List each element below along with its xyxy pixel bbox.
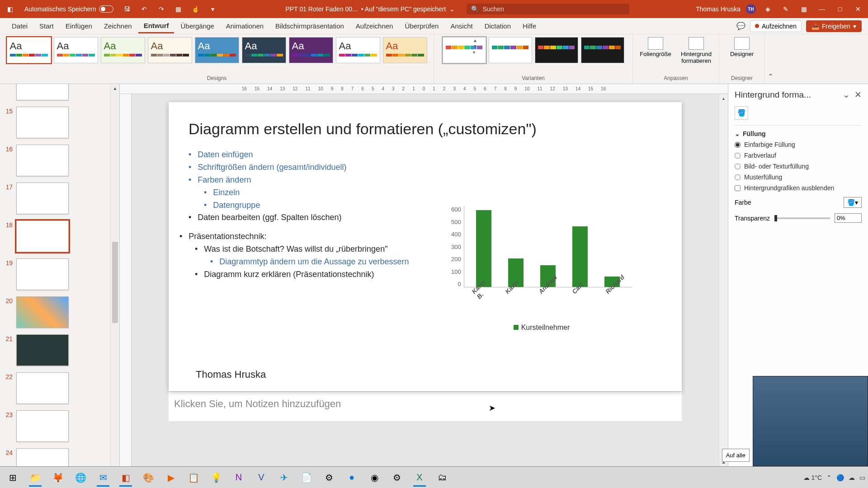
foliengroesse-button[interactable]: Foliengröße [637, 37, 675, 64]
chrome-icon[interactable]: 🌐 [71, 469, 90, 487]
weather-widget[interactable]: ☁ 1°C [803, 474, 822, 481]
tab-uebergaenge[interactable]: Übergänge [175, 19, 219, 33]
settings-icon[interactable]: ⚙ [387, 469, 407, 487]
slide-author[interactable]: Thomas Hruska [196, 369, 266, 380]
maximize-icon[interactable]: □ [834, 3, 846, 15]
tab-ansicht[interactable]: Ansicht [445, 19, 478, 33]
scroll-up-icon[interactable]: ▲ [111, 84, 119, 92]
variant-2[interactable] [489, 37, 532, 63]
tab-ueberpruefen[interactable]: Überprüfen [399, 19, 444, 33]
pane-dropdown-icon[interactable]: ⌄ [843, 89, 850, 100]
tray-icon-3[interactable]: ▭ [859, 474, 865, 481]
thumb-18[interactable]: 18 [2, 221, 108, 252]
undo-icon[interactable]: ↶ [138, 3, 151, 15]
qat-more-icon[interactable]: ▾ [207, 3, 219, 15]
scroll-handle[interactable] [112, 242, 118, 323]
thumb-14-partial[interactable] [2, 84, 108, 100]
app-icon-4[interactable]: 📄 [297, 469, 316, 487]
pane-close-icon[interactable]: ✕ [854, 89, 862, 100]
theme-5[interactable]: Aa [195, 37, 239, 63]
calendar-icon[interactable]: ▦ [797, 3, 810, 15]
thumb-19[interactable]: 19 [2, 258, 108, 290]
thumb-23[interactable]: 23 [2, 410, 108, 442]
tab-hilfe[interactable]: Hilfe [517, 19, 542, 33]
share-button[interactable]: 📤Freigeben▾ [806, 20, 862, 32]
variant-3[interactable] [535, 37, 578, 63]
vlc-icon[interactable]: ▶ [161, 469, 181, 487]
pen-icon[interactable]: ✎ [779, 3, 792, 15]
chevron-down-icon[interactable]: ⌄ [449, 5, 455, 13]
tab-entwurf[interactable]: Entwurf [138, 19, 175, 33]
thumb-17[interactable]: 17 [2, 183, 108, 214]
touch-icon[interactable]: ☝ [189, 3, 202, 15]
toggle-off-icon[interactable] [99, 5, 113, 13]
outlook-icon[interactable]: ✉ [93, 469, 113, 487]
variant-4[interactable] [581, 37, 624, 63]
transparency-slider[interactable] [774, 217, 830, 219]
app-icon-6[interactable]: ● [342, 469, 362, 487]
thumb-20[interactable]: 20 [2, 296, 108, 328]
telegram-icon[interactable]: ✈ [274, 469, 294, 487]
transparency-value[interactable]: 0% [835, 213, 862, 223]
tab-animationen[interactable]: Animationen [221, 19, 269, 33]
tab-einfuegen[interactable]: Einfügen [60, 19, 98, 33]
diamond-icon[interactable]: ◈ [761, 3, 774, 15]
search-box[interactable]: 🔍 Suchen [467, 4, 629, 14]
thumb-21[interactable]: 21 [2, 334, 108, 366]
theme-8[interactable]: Aa [336, 37, 380, 63]
app-icon-8[interactable]: 🗂 [432, 469, 452, 487]
designer-button[interactable]: Designer [723, 37, 761, 57]
onenote-icon[interactable]: N [229, 469, 249, 487]
user-avatar[interactable]: TH [746, 4, 756, 14]
variant-1[interactable] [443, 37, 486, 63]
save-icon[interactable]: 🖫 [121, 3, 133, 15]
tab-zeichnen[interactable]: Zeichnen [99, 19, 137, 33]
firefox-icon[interactable]: 🦊 [48, 469, 68, 487]
editor-scrollbar[interactable]: ▴ ▾ ⏶ ⏷ [719, 94, 728, 474]
color-picker[interactable]: 🪣▾ [844, 197, 862, 208]
document-name[interactable]: PPT 01 Roter Faden 00... [286, 5, 358, 13]
slide-canvas[interactable]: Diagramm erstellen und formatieren („cus… [169, 102, 682, 391]
thumb-15[interactable]: 15 [2, 107, 108, 138]
slideshow-icon[interactable]: ▦ [172, 3, 185, 15]
start-icon[interactable]: ⊞ [3, 469, 23, 487]
tab-start[interactable]: Start [34, 19, 59, 33]
apply-all-button[interactable]: Auf alle [722, 449, 750, 462]
gallery-up-icon[interactable]: ▲ [473, 38, 477, 43]
fill-bucket-icon[interactable]: 🪣 [735, 106, 748, 120]
tab-bildschirm[interactable]: Bildschirmpräsentation [270, 19, 349, 33]
slide-title[interactable]: Diagramm erstellen und formatieren („cus… [189, 120, 662, 138]
radio-pattern[interactable]: Musterfüllung [735, 174, 862, 181]
app-icon-5[interactable]: ⚙ [319, 469, 339, 487]
save-location[interactable]: • Auf "diesem PC" gespeichert [361, 5, 446, 13]
check-hide-graphics[interactable]: Hintergrundgrafiken ausblenden [735, 184, 862, 192]
thumb-16[interactable]: 16 [2, 145, 108, 176]
hintergrund-button[interactable]: Hintergrund formatieren [677, 37, 715, 64]
user-name[interactable]: Thomas Hruska [696, 5, 741, 13]
collapse-ribbon-icon[interactable]: ⌃ [765, 34, 776, 84]
radio-gradient[interactable]: Farbverlauf [735, 152, 862, 159]
slide-chart[interactable]: 6005004003002001000 Karin B. [451, 206, 632, 332]
theme-6[interactable]: Aa [242, 37, 286, 63]
visio-icon[interactable]: V [251, 469, 271, 487]
thumbs-scrollbar[interactable]: ▲ ▼ [110, 84, 119, 474]
tray-icon-1[interactable]: 🔵 [836, 474, 844, 481]
comments-icon[interactable]: 💬 [736, 22, 745, 30]
tab-aufzeichnen[interactable]: Aufzeichnen [350, 19, 399, 33]
section-fill[interactable]: ⌄Füllung [735, 130, 862, 137]
radio-solid[interactable]: Einfarbige Füllung [735, 141, 862, 148]
theme-4[interactable]: Aa [148, 37, 192, 63]
minimize-icon[interactable]: ― [816, 3, 828, 15]
gallery-down-icon[interactable]: ▼ [473, 44, 477, 49]
close-icon[interactable]: ✕ [852, 3, 864, 15]
app-icon-1[interactable]: 🎨 [138, 469, 158, 487]
autosave-toggle[interactable]: Automatisches Speichern [24, 5, 113, 13]
theme-7[interactable]: Aa [289, 37, 333, 63]
record-button[interactable]: Aufzeichnen [750, 20, 802, 32]
notes-pane[interactable]: Klicken Sie, um Notizen hinzuzufügen [169, 391, 682, 421]
scroll-up-icon[interactable]: ▴ [719, 94, 728, 102]
thumb-22[interactable]: 22 [2, 372, 108, 404]
tab-dictation[interactable]: Dictation [479, 19, 516, 33]
tray-icon-2[interactable]: ☁ [849, 474, 855, 481]
app-icon-7[interactable]: ◉ [364, 469, 384, 487]
